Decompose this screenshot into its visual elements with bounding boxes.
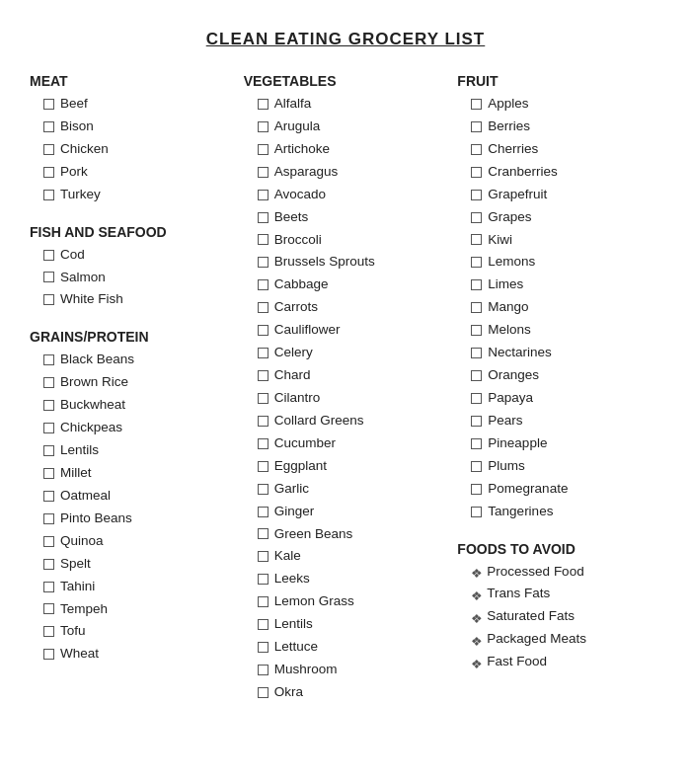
list-item[interactable]: Lemons [457,251,661,274]
checkbox-icon[interactable] [258,325,269,336]
checkbox-icon[interactable] [43,294,54,305]
checkbox-icon[interactable] [471,348,482,358]
checkbox-icon[interactable] [258,212,269,223]
list-item[interactable]: Eggplant [244,455,448,478]
list-item[interactable]: Mango [457,296,661,319]
checkbox-icon[interactable] [43,190,54,200]
checkbox-icon[interactable] [471,212,482,223]
list-item[interactable]: Lentils [30,439,234,462]
checkbox-icon[interactable] [258,234,269,245]
list-item[interactable]: ❖Packaged Meats [457,628,661,651]
list-item[interactable]: ❖Saturated Fats [457,605,661,628]
checkbox-icon[interactable] [43,144,54,155]
checkbox-icon[interactable] [258,438,269,449]
checkbox-icon[interactable] [43,491,54,502]
list-item[interactable]: Kale [244,545,448,568]
list-item[interactable]: ❖Fast Food [457,651,661,673]
list-item[interactable]: Berries [457,116,661,138]
list-item[interactable]: Celery [244,342,448,364]
list-item[interactable]: Cilantro [244,387,448,410]
list-item[interactable]: Okra [244,681,448,704]
list-item[interactable]: Oranges [457,364,661,387]
list-item[interactable]: Tahini [30,576,234,598]
list-item[interactable]: Nectarines [457,342,661,364]
checkbox-icon[interactable] [258,167,269,178]
list-item[interactable]: Tofu [30,620,234,643]
checkbox-icon[interactable] [258,687,269,698]
list-item[interactable]: ❖Trans Fats [457,583,661,605]
list-item[interactable]: Cucumber [244,432,448,455]
list-item[interactable]: Pinto Beans [30,508,234,530]
list-item[interactable]: Black Beans [30,349,234,371]
checkbox-icon[interactable] [43,513,54,524]
checkbox-icon[interactable] [471,507,482,517]
list-item[interactable]: Apples [457,93,661,116]
checkbox-icon[interactable] [258,257,269,268]
list-item[interactable]: Ginger [244,501,448,523]
list-item[interactable]: Lettuce [244,636,448,659]
list-item[interactable]: Buckwheat [30,394,234,417]
list-item[interactable]: Lemon Grass [244,590,448,613]
checkbox-icon[interactable] [258,279,269,290]
checkbox-icon[interactable] [43,250,54,261]
checkbox-icon[interactable] [258,393,269,404]
checkbox-icon[interactable] [258,190,269,200]
checkbox-icon[interactable] [258,528,269,539]
list-item[interactable]: Tempeh [30,598,234,621]
checkbox-icon[interactable] [258,416,269,427]
list-item[interactable]: Chicken [30,138,234,161]
checkbox-icon[interactable] [471,99,482,110]
checkbox-icon[interactable] [258,144,269,155]
checkbox-icon[interactable] [471,416,482,427]
list-item[interactable]: Pineapple [457,432,661,455]
list-item[interactable]: Garlic [244,478,448,501]
list-item[interactable]: Kiwi [457,229,661,252]
list-item[interactable]: Pears [457,410,661,432]
list-item[interactable]: Cherries [457,138,661,161]
checkbox-icon[interactable] [43,445,54,456]
checkbox-icon[interactable] [258,484,269,495]
list-item[interactable]: Beets [244,206,448,229]
list-item[interactable]: Turkey [30,184,234,206]
list-item[interactable]: Cranberries [457,161,661,184]
checkbox-icon[interactable] [471,144,482,155]
list-item[interactable]: Brussels Sprouts [244,251,448,274]
list-item[interactable]: Grapes [457,206,661,229]
checkbox-icon[interactable] [471,302,482,313]
list-item[interactable]: Leeks [244,568,448,590]
list-item[interactable]: Artichoke [244,138,448,161]
list-item[interactable]: Chard [244,364,448,387]
checkbox-icon[interactable] [258,551,269,562]
checkbox-icon[interactable] [258,596,269,607]
checkbox-icon[interactable] [43,377,54,388]
list-item[interactable]: Salmon [30,267,234,289]
checkbox-icon[interactable] [471,484,482,495]
checkbox-icon[interactable] [43,626,54,637]
checkbox-icon[interactable] [471,234,482,245]
checkbox-icon[interactable] [471,438,482,449]
list-item[interactable]: Pomegranate [457,478,661,501]
checkbox-icon[interactable] [43,354,54,365]
checkbox-icon[interactable] [43,603,54,614]
list-item[interactable]: Melons [457,319,661,342]
checkbox-icon[interactable] [43,468,54,479]
checkbox-icon[interactable] [258,348,269,358]
list-item[interactable]: Tangerines [457,501,661,523]
checkbox-icon[interactable] [258,507,269,517]
list-item[interactable]: Grapefruit [457,184,661,206]
checkbox-icon[interactable] [258,370,269,381]
list-item[interactable]: Carrots [244,296,448,319]
list-item[interactable]: Green Beans [244,523,448,546]
checkbox-icon[interactable] [471,279,482,290]
list-item[interactable]: Mushroom [244,659,448,681]
list-item[interactable]: Spelt [30,553,234,576]
checkbox-icon[interactable] [258,99,269,110]
checkbox-icon[interactable] [471,393,482,404]
checkbox-icon[interactable] [471,190,482,200]
checkbox-icon[interactable] [258,461,269,472]
list-item[interactable]: ❖Processed Food [457,561,661,584]
list-item[interactable]: Collard Greens [244,410,448,432]
list-item[interactable]: Pork [30,161,234,184]
checkbox-icon[interactable] [43,536,54,547]
checkbox-icon[interactable] [258,665,269,675]
